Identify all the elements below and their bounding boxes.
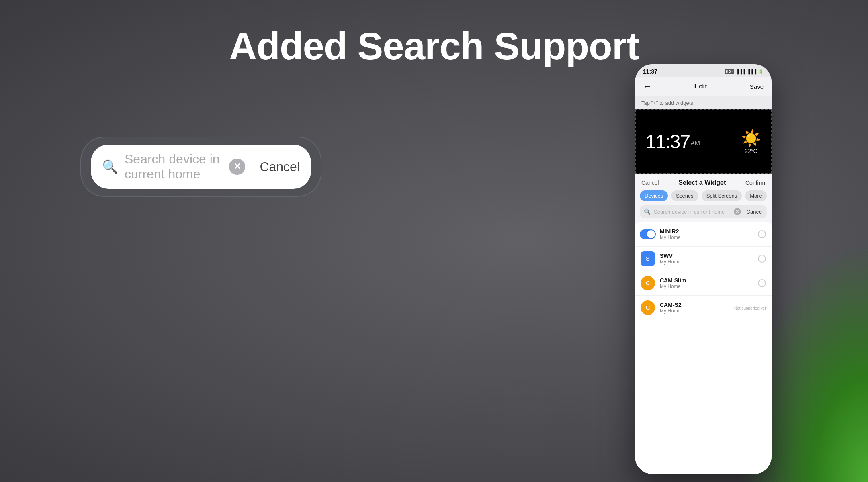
phone-mockup: 11:37 HD+ ▐▐▐ ▐▐▐ 🔋 ← Edit Save Tap "+" … bbox=[635, 64, 772, 474]
device-name-swv: SWV bbox=[660, 253, 753, 259]
search-bar-demo: 🔍 Search device in current home ✕ Cancel bbox=[80, 137, 321, 197]
modal-sheet: Cancel Select a Widget Confirm Devices S… bbox=[635, 174, 772, 474]
tab-bar: Devices Scenes Split Screens More bbox=[635, 190, 772, 205]
status-icons: HD+ ▐▐▐ ▐▐▐ 🔋 bbox=[725, 69, 764, 74]
device-item-minir2[interactable]: MINIR2 My Home bbox=[635, 222, 772, 247]
tab-more[interactable]: More bbox=[745, 190, 767, 201]
clock-widget: 11:37AM ☀️ 22°C bbox=[635, 109, 772, 174]
signal-icon-2: ▐▐▐ bbox=[747, 69, 756, 74]
device-home-cam-slim: My Home bbox=[660, 284, 753, 289]
network-badge: HD+ bbox=[725, 69, 734, 74]
clock-display: 11:37AM bbox=[645, 131, 700, 153]
widget-hint: Tap "+" to add widgets: bbox=[635, 96, 772, 109]
device-list: MINIR2 My Home S SWV My Home bbox=[635, 222, 772, 474]
weather-icon: ☀️ bbox=[741, 129, 761, 148]
device-info-minir2: MINIR2 My Home bbox=[660, 228, 753, 240]
device-item-cam-s2[interactable]: C CAM-S2 My Home Not supported yet bbox=[635, 296, 772, 320]
battery-icon: 🔋 bbox=[758, 69, 764, 74]
modal-search-placeholder: Search device in current home bbox=[654, 209, 731, 215]
modal-confirm-button[interactable]: Confirm bbox=[745, 180, 765, 186]
search-outer-ring: 🔍 Search device in current home ✕ Cancel bbox=[80, 137, 321, 197]
clock-time: 11:37 bbox=[645, 131, 690, 152]
tab-devices[interactable]: Devices bbox=[640, 190, 668, 201]
swv-icon-label: S bbox=[646, 255, 649, 262]
device-home-minir2: My Home bbox=[660, 235, 753, 240]
modal-title: Select a Widget bbox=[678, 179, 726, 186]
save-button[interactable]: Save bbox=[750, 83, 764, 90]
back-button[interactable]: ← bbox=[643, 81, 652, 92]
device-info-swv: SWV My Home bbox=[660, 253, 753, 265]
device-radio-minir2[interactable] bbox=[758, 230, 766, 238]
device-home-cam-s2: My Home bbox=[660, 308, 729, 314]
search-clear-icon[interactable]: ✕ bbox=[229, 159, 245, 175]
device-icon-cam-slim: C bbox=[641, 276, 655, 290]
status-bar: 11:37 HD+ ▐▐▐ ▐▐▐ 🔋 bbox=[635, 64, 772, 77]
search-inner[interactable]: 🔍 Search device in current home ✕ Cancel bbox=[91, 145, 311, 189]
tab-scenes[interactable]: Scenes bbox=[671, 190, 698, 201]
modal-search-clear[interactable]: ✕ bbox=[734, 208, 741, 215]
device-home-swv: My Home bbox=[660, 259, 753, 265]
search-placeholder: Search device in current home bbox=[125, 152, 223, 182]
modal-search-cancel[interactable]: Cancel bbox=[747, 209, 763, 215]
device-name-minir2: MINIR2 bbox=[660, 228, 753, 235]
device-item-swv[interactable]: S SWV My Home bbox=[635, 247, 772, 271]
page-title: Added Search Support bbox=[0, 24, 868, 68]
not-supported-label: Not supported yet bbox=[734, 304, 766, 311]
search-icon: 🔍 bbox=[102, 159, 118, 174]
device-name-cam-s2: CAM-S2 bbox=[660, 302, 729, 308]
device-radio-swv[interactable] bbox=[758, 255, 766, 263]
device-icon-minir2 bbox=[641, 227, 655, 241]
modal-search-icon: 🔍 bbox=[644, 208, 651, 215]
device-icon-cam-s2: C bbox=[641, 300, 655, 315]
device-icon-swv: S bbox=[641, 251, 655, 266]
device-name-cam-slim: CAM Slim bbox=[660, 277, 753, 284]
tab-split-screens[interactable]: Split Screens bbox=[702, 190, 742, 201]
modal-header: Cancel Select a Widget Confirm bbox=[635, 174, 772, 190]
cam-s2-icon-label: C bbox=[646, 304, 650, 311]
device-radio-cam-slim[interactable] bbox=[758, 279, 766, 287]
device-info-cam-slim: CAM Slim My Home bbox=[660, 277, 753, 289]
modal-cancel-button[interactable]: Cancel bbox=[641, 180, 659, 186]
cam-slim-icon-label: C bbox=[646, 280, 650, 286]
clock-ampm: AM bbox=[690, 140, 700, 147]
search-cancel-button[interactable]: Cancel bbox=[260, 159, 300, 174]
edit-title: Edit bbox=[694, 82, 707, 90]
device-info-cam-s2: CAM-S2 My Home bbox=[660, 302, 729, 314]
weather-temp: 22°C bbox=[745, 148, 757, 154]
weather-display: ☀️ 22°C bbox=[741, 129, 761, 154]
modal-search-bar[interactable]: 🔍 Search device in current home ✕ Cancel bbox=[640, 205, 767, 218]
edit-header: ← Edit Save bbox=[635, 77, 772, 96]
device-item-cam-slim[interactable]: C CAM Slim My Home bbox=[635, 271, 772, 296]
toggle-switch bbox=[640, 229, 656, 239]
signal-icon: ▐▐▐ bbox=[736, 69, 745, 74]
status-time: 11:37 bbox=[643, 68, 657, 75]
